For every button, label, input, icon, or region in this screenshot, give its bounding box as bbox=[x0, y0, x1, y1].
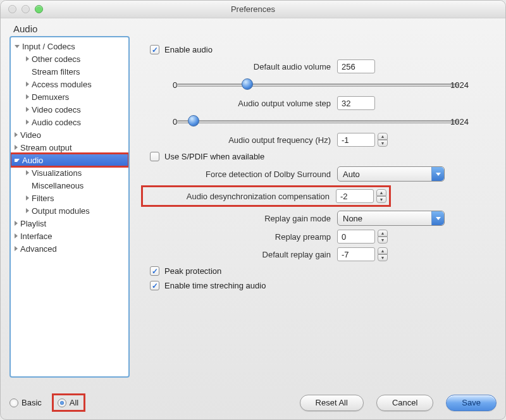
volume-step-field[interactable]: 32 bbox=[337, 96, 375, 110]
sidebar-item-interface[interactable]: Interface bbox=[11, 230, 128, 242]
triangle-right-icon bbox=[15, 246, 18, 251]
default-replay-gain-field[interactable]: -7 bbox=[337, 247, 375, 261]
triangle-down-icon bbox=[15, 45, 20, 48]
tree-item-label: Visualizations bbox=[32, 168, 82, 178]
settings-panel: Enable audio Default audio volume 256 0 … bbox=[139, 36, 497, 378]
tree-item-label: Miscellaneous bbox=[32, 181, 83, 190]
triangle-right-icon bbox=[15, 145, 18, 150]
default-replay-gain-stepper[interactable]: ▲▼ bbox=[378, 247, 388, 261]
replay-mode-select[interactable]: None bbox=[337, 211, 445, 226]
triangle-down-icon bbox=[15, 159, 20, 162]
tree-item-label: Stream output bbox=[20, 143, 72, 152]
tree-item-label: Input / Codecs bbox=[22, 42, 75, 51]
save-button[interactable]: Save bbox=[446, 395, 497, 411]
tree-item-label: Output modules bbox=[32, 206, 90, 216]
tree-item-label: Filters bbox=[32, 194, 54, 203]
spdif-row[interactable]: Use S/PDIF when available bbox=[150, 152, 490, 161]
sidebar-item-access-modules[interactable]: Access modules bbox=[11, 78, 128, 90]
settings-scope-radios: Basic All bbox=[9, 393, 85, 412]
radio-all[interactable]: All bbox=[52, 393, 85, 412]
peak-protection-label: Peak protection bbox=[164, 266, 221, 276]
cancel-button[interactable]: Cancel bbox=[376, 395, 433, 411]
slider-max: 1024 bbox=[450, 80, 469, 90]
sidebar-tree[interactable]: Input / CodecsOther codecsStream filters… bbox=[9, 36, 130, 378]
default-volume-field[interactable]: 256 bbox=[337, 59, 375, 73]
triangle-right-icon bbox=[26, 82, 29, 87]
replay-preamp-field[interactable]: 0 bbox=[337, 230, 375, 244]
replay-preamp-stepper[interactable]: ▲▼ bbox=[378, 230, 388, 244]
triangle-right-icon bbox=[26, 94, 29, 99]
sidebar-item-demuxers[interactable]: Demuxers bbox=[11, 90, 128, 103]
replay-preamp-label: Replay preamp bbox=[141, 232, 337, 242]
reset-all-button[interactable]: Reset All bbox=[300, 395, 364, 411]
peak-protection-checkbox[interactable] bbox=[150, 266, 159, 276]
tree-item-label: Demuxers bbox=[32, 92, 69, 102]
slider-track[interactable] bbox=[176, 120, 459, 123]
tree-item-label: Access modules bbox=[32, 80, 92, 89]
enable-audio-checkbox[interactable] bbox=[150, 45, 159, 54]
peak-protection-row[interactable]: Peak protection bbox=[150, 266, 490, 276]
sidebar-item-miscellaneous[interactable]: Miscellaneous bbox=[11, 179, 128, 192]
output-freq-stepper[interactable]: ▲▼ bbox=[378, 133, 388, 147]
content-area: Input / CodecsOther codecsStream filters… bbox=[9, 36, 497, 378]
tree-item-label: Video codecs bbox=[32, 105, 81, 114]
volume-step-slider[interactable]: 0 1024 bbox=[154, 114, 481, 129]
triangle-right-icon bbox=[26, 208, 29, 213]
radio-basic[interactable]: Basic bbox=[9, 398, 42, 407]
default-volume-slider[interactable]: 0 1024 bbox=[154, 77, 481, 92]
tree-item-label: Interface bbox=[20, 232, 52, 241]
tree-item-label: Stream filters bbox=[32, 67, 80, 77]
slider-thumb[interactable] bbox=[242, 78, 253, 90]
default-volume-label: Default audio volume bbox=[141, 62, 337, 71]
slider-thumb[interactable] bbox=[188, 115, 199, 127]
enable-audio-row[interactable]: Enable audio bbox=[150, 45, 490, 54]
spdif-label: Use S/PDIF when available bbox=[164, 152, 264, 161]
triangle-right-icon bbox=[15, 221, 18, 226]
triangle-right-icon bbox=[26, 195, 29, 201]
output-freq-label: Audio output frequency (Hz) bbox=[141, 135, 337, 145]
tree-item-label: Video bbox=[20, 130, 41, 140]
time-stretch-label: Enable time streching audio bbox=[164, 281, 266, 290]
sidebar-item-audio[interactable]: Audio bbox=[11, 154, 128, 166]
sidebar-item-video[interactable]: Video bbox=[11, 128, 128, 141]
triangle-right-icon bbox=[15, 233, 18, 238]
volume-step-label: Audio output volume step bbox=[141, 99, 337, 108]
output-freq-field[interactable]: -1 bbox=[337, 133, 375, 147]
tree-item-label: Audio codecs bbox=[32, 118, 81, 127]
sidebar-item-video-codecs[interactable]: Video codecs bbox=[11, 103, 128, 116]
titlebar: Preferences bbox=[1, 1, 505, 18]
sidebar-item-filters[interactable]: Filters bbox=[11, 192, 128, 204]
radio-icon[interactable] bbox=[58, 398, 66, 407]
slider-max: 1024 bbox=[450, 117, 469, 127]
slider-track[interactable] bbox=[176, 83, 459, 87]
sidebar-item-visualizations[interactable]: Visualizations bbox=[11, 166, 128, 179]
dolby-label: Force detection of Dolby Surround bbox=[141, 170, 337, 179]
sidebar-item-output-modules[interactable]: Output modules bbox=[11, 204, 128, 217]
chevron-down-icon bbox=[431, 211, 444, 225]
sidebar-item-advanced[interactable]: Advanced bbox=[11, 242, 128, 255]
triangle-right-icon bbox=[26, 170, 29, 175]
spdif-checkbox[interactable] bbox=[150, 152, 159, 161]
sidebar-item-other-codecs[interactable]: Other codecs bbox=[11, 52, 128, 65]
replay-mode-label: Replay gain mode bbox=[141, 214, 337, 223]
tree-item-label: Advanced bbox=[20, 244, 57, 254]
preferences-window: Preferences Audio Input / CodecsOther co… bbox=[0, 0, 506, 420]
sidebar-item-stream-output[interactable]: Stream output bbox=[11, 141, 128, 154]
desync-label: Audio desynchronization compensation bbox=[145, 192, 336, 201]
window-title: Preferences bbox=[1, 4, 505, 14]
sidebar-item-stream-filters[interactable]: Stream filters bbox=[11, 65, 128, 78]
desync-field[interactable]: -2 bbox=[336, 189, 374, 203]
default-replay-gain-label: Default replay gain bbox=[141, 250, 337, 259]
sidebar-item-audio-codecs[interactable]: Audio codecs bbox=[11, 116, 128, 128]
triangle-right-icon bbox=[15, 132, 18, 137]
chevron-down-icon bbox=[431, 167, 444, 181]
time-stretch-row[interactable]: Enable time streching audio bbox=[150, 281, 490, 290]
dolby-select[interactable]: Auto bbox=[337, 166, 445, 182]
triangle-right-icon bbox=[26, 56, 29, 61]
time-stretch-checkbox[interactable] bbox=[150, 281, 159, 290]
desync-stepper[interactable]: ▲▼ bbox=[376, 189, 386, 203]
sidebar-item-playlist[interactable]: Playlist bbox=[11, 217, 128, 230]
radio-icon[interactable] bbox=[9, 398, 18, 407]
sidebar-item-input-codecs[interactable]: Input / Codecs bbox=[11, 40, 128, 52]
enable-audio-label: Enable audio bbox=[164, 45, 213, 54]
